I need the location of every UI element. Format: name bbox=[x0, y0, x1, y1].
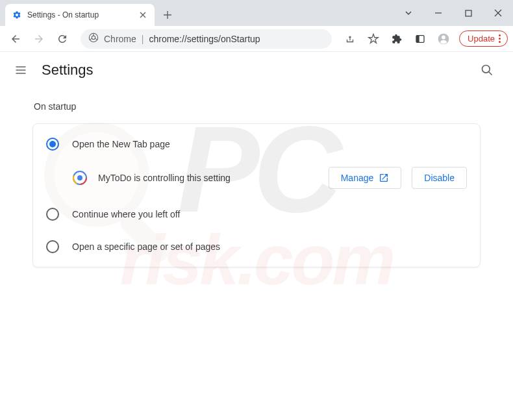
maximize-button[interactable] bbox=[453, 3, 483, 23]
radio-unselected[interactable] bbox=[46, 208, 59, 221]
disable-button[interactable]: Disable bbox=[412, 167, 467, 189]
gear-icon bbox=[12, 10, 22, 20]
minimize-button[interactable] bbox=[423, 3, 453, 23]
reload-button[interactable] bbox=[52, 29, 73, 49]
browser-toolbar: Chrome | chrome://settings/onStartup Upd… bbox=[0, 26, 513, 52]
extension-notice-row: MyToDo is controlling this setting Manag… bbox=[33, 160, 480, 198]
extensions-icon[interactable] bbox=[386, 29, 407, 49]
forward-button[interactable] bbox=[29, 29, 49, 49]
startup-card: Open the New Tab page MyToDo is controll… bbox=[32, 123, 481, 267]
svg-rect-0 bbox=[466, 10, 471, 16]
option-specific-pages[interactable]: Open a specific page or set of pages bbox=[33, 230, 480, 263]
svg-point-7 bbox=[482, 66, 490, 73]
window-controls bbox=[394, 0, 513, 26]
url-path: chrome://settings/onStartup bbox=[149, 34, 260, 44]
radio-unselected[interactable] bbox=[46, 240, 59, 253]
radio-selected[interactable] bbox=[46, 138, 59, 151]
close-tab-icon[interactable] bbox=[138, 10, 148, 20]
browser-tab[interactable]: Settings - On startup bbox=[5, 4, 155, 26]
option-continue[interactable]: Continue where you left off bbox=[33, 198, 480, 230]
url-separator: | bbox=[142, 34, 144, 44]
svg-rect-4 bbox=[416, 35, 419, 42]
option-label: Open a specific page or set of pages bbox=[72, 241, 220, 252]
manage-button[interactable]: Manage bbox=[329, 167, 402, 189]
section-title: On startup bbox=[34, 101, 481, 112]
window-titlebar: Settings - On startup bbox=[0, 0, 513, 26]
more-menu-icon bbox=[499, 34, 501, 43]
external-link-icon bbox=[379, 173, 389, 183]
svg-point-11 bbox=[77, 175, 82, 180]
extension-notice-text: MyToDo is controlling this setting bbox=[98, 173, 318, 183]
disable-label: Disable bbox=[424, 173, 455, 183]
option-label: Continue where you left off bbox=[72, 209, 180, 219]
svg-point-6 bbox=[442, 35, 445, 39]
update-button[interactable]: Update bbox=[459, 31, 508, 47]
page-title: Settings bbox=[42, 62, 94, 79]
address-bar[interactable]: Chrome | chrome://settings/onStartup bbox=[81, 29, 332, 49]
settings-content: On startup Open the New Tab page MyToDo … bbox=[0, 88, 513, 280]
hamburger-menu-icon[interactable] bbox=[13, 62, 29, 78]
chrome-icon bbox=[88, 32, 99, 45]
share-icon[interactable] bbox=[340, 29, 360, 49]
sidepanel-icon[interactable] bbox=[410, 29, 431, 49]
back-button[interactable] bbox=[5, 29, 26, 49]
option-label: Open the New Tab page bbox=[72, 139, 170, 149]
profile-icon[interactable] bbox=[433, 29, 454, 49]
update-label: Update bbox=[468, 34, 495, 43]
option-new-tab[interactable]: Open the New Tab page bbox=[33, 128, 480, 160]
extension-app-icon bbox=[72, 170, 88, 186]
chevron-down-icon[interactable] bbox=[394, 3, 423, 23]
manage-label: Manage bbox=[341, 173, 374, 183]
close-window-button[interactable] bbox=[483, 3, 513, 23]
settings-header: Settings bbox=[0, 52, 513, 88]
search-icon[interactable] bbox=[474, 57, 500, 83]
new-tab-button[interactable] bbox=[158, 6, 177, 24]
bookmark-icon[interactable] bbox=[363, 29, 384, 49]
svg-point-2 bbox=[92, 36, 95, 39]
tab-title: Settings - On startup bbox=[27, 10, 132, 19]
url-scheme: Chrome bbox=[104, 34, 136, 44]
